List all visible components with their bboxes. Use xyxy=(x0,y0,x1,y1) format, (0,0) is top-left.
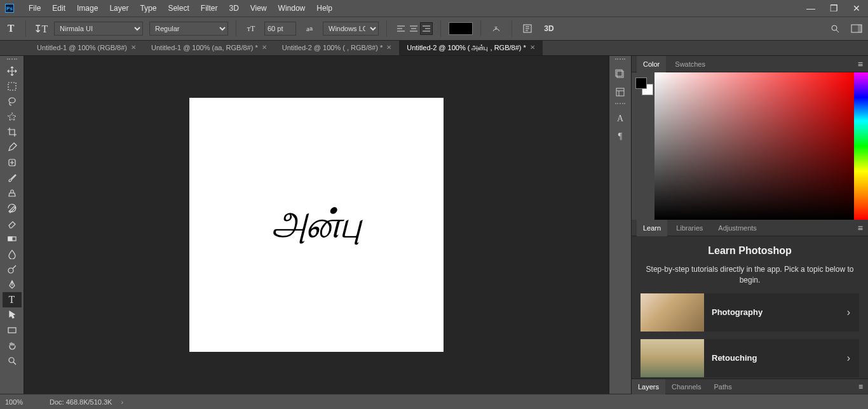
panel-menu-icon[interactable]: ≡ xyxy=(853,382,868,391)
zoom-level[interactable]: 100% xyxy=(5,398,41,406)
zoom-tool[interactable] xyxy=(3,353,22,368)
font-size-input[interactable] xyxy=(264,22,296,36)
menu-file[interactable]: File xyxy=(23,0,46,17)
3d-button[interactable]: 3D xyxy=(541,21,557,36)
eyedropper-tool[interactable] xyxy=(3,140,22,155)
menu-window[interactable]: Window xyxy=(273,0,311,17)
libraries-tab[interactable]: Libraries xyxy=(670,220,709,236)
channels-tab[interactable]: Channels xyxy=(665,379,707,394)
text-orientation-icon[interactable]: ↧T xyxy=(34,22,48,36)
tab-close-icon[interactable]: ✕ xyxy=(262,40,267,55)
document-canvas[interactable]: அன்பு xyxy=(189,98,444,352)
path-select-tool[interactable] xyxy=(3,307,22,323)
text-color-swatch[interactable] xyxy=(449,22,473,35)
document-tab[interactable]: Untitled-1 @ 100% (RGB/8#)✕ xyxy=(29,40,144,55)
fg-bg-swatches[interactable] xyxy=(632,72,654,220)
marquee-tool[interactable] xyxy=(3,79,22,94)
card-label: Retouching xyxy=(704,353,838,363)
panel-drag-handle[interactable] xyxy=(611,58,629,64)
color-tab[interactable]: Color xyxy=(637,56,666,72)
menu-edit[interactable]: Edit xyxy=(46,0,71,17)
color-picker-field[interactable] xyxy=(654,72,854,220)
learn-card-photography[interactable]: Photography › xyxy=(641,293,859,332)
quick-select-tool[interactable] xyxy=(3,109,22,124)
history-brush-tool[interactable] xyxy=(3,201,22,216)
toolbox: T xyxy=(0,56,24,394)
status-menu-chevron-icon[interactable]: › xyxy=(121,398,123,406)
brush-tool[interactable] xyxy=(3,170,22,185)
pen-tool[interactable] xyxy=(3,277,22,292)
tab-close-icon[interactable]: ✕ xyxy=(131,40,136,55)
menu-select[interactable]: Select xyxy=(162,0,194,17)
gradient-tool[interactable] xyxy=(3,231,22,246)
learn-tab[interactable]: Learn xyxy=(637,220,667,236)
svg-rect-11 xyxy=(8,328,16,333)
menu-view[interactable]: View xyxy=(245,0,273,17)
menu-type[interactable]: Type xyxy=(134,0,162,17)
window-close-button[interactable]: ✕ xyxy=(845,3,868,13)
character-panel-icon[interactable]: A xyxy=(612,112,628,126)
dodge-tool[interactable] xyxy=(3,262,22,277)
menu-layer[interactable]: Layer xyxy=(104,0,134,17)
chevron-right-icon: › xyxy=(838,307,859,318)
align-left-button[interactable] xyxy=(395,22,407,35)
right-panels: Color Swatches ≡ Learn Libraries Adjustm… xyxy=(632,56,868,394)
learn-card-retouching[interactable]: Retouching › xyxy=(641,339,859,377)
divider xyxy=(25,20,26,37)
search-icon[interactable] xyxy=(827,21,843,36)
history-panel-icon[interactable] xyxy=(612,67,628,81)
panel-menu-icon[interactable]: ≡ xyxy=(858,223,863,233)
move-tool[interactable] xyxy=(3,64,22,79)
tab-close-icon[interactable]: ✕ xyxy=(386,40,391,55)
align-right-button[interactable] xyxy=(420,22,433,35)
anti-alias-select[interactable]: Windows LCD xyxy=(323,22,379,36)
window-minimize-button[interactable]: — xyxy=(799,3,822,13)
tab-close-icon[interactable]: ✕ xyxy=(530,40,535,55)
panel-menu-icon[interactable]: ≡ xyxy=(858,59,863,69)
document-tab[interactable]: Untitled-2 @ 100% ( அன்பு , RGB/8#) *✕ xyxy=(399,40,543,55)
tab-label: Untitled-1 @ 100% (aa, RGB/8#) * xyxy=(151,40,258,55)
font-family-select[interactable]: Nirmala UI xyxy=(54,22,143,36)
type-tool[interactable]: T xyxy=(3,292,22,307)
menu-bar: Ps File Edit Image Layer Type Select Fil… xyxy=(0,0,868,17)
menu-image[interactable]: Image xyxy=(71,0,104,17)
panel-drag-handle[interactable] xyxy=(3,58,22,64)
hand-tool[interactable] xyxy=(3,338,22,353)
text-align-group xyxy=(395,22,433,35)
foreground-color[interactable] xyxy=(635,77,647,89)
healing-brush-tool[interactable] xyxy=(3,155,22,170)
layers-tab[interactable]: Layers xyxy=(632,379,665,394)
paragraph-panel-icon[interactable]: ¶ xyxy=(612,130,628,144)
text-layer[interactable]: அன்பு xyxy=(272,203,362,247)
menu-3d[interactable]: 3D xyxy=(223,0,244,17)
clone-stamp-tool[interactable] xyxy=(3,185,22,201)
adjustments-tab[interactable]: Adjustments xyxy=(712,220,763,236)
document-tab[interactable]: Untitled-2 @ 100% ( , RGB/8#) *✕ xyxy=(275,40,400,55)
document-tab[interactable]: Untitled-1 @ 100% (aa, RGB/8#) *✕ xyxy=(144,40,275,55)
character-panel-button[interactable] xyxy=(520,21,535,36)
card-thumbnail xyxy=(641,293,704,332)
eraser-tool[interactable] xyxy=(3,216,22,231)
divider xyxy=(386,20,387,37)
svg-text:T: T xyxy=(494,25,498,31)
properties-panel-icon[interactable] xyxy=(612,85,628,99)
window-maximize-button[interactable]: ❐ xyxy=(822,3,845,13)
rectangle-tool[interactable] xyxy=(3,323,22,338)
menu-filter[interactable]: Filter xyxy=(195,0,224,17)
warp-text-button[interactable]: T xyxy=(489,21,504,36)
paths-tab[interactable]: Paths xyxy=(708,379,738,394)
learn-subtext: Step-by-step tutorials directly in the a… xyxy=(641,264,859,286)
blur-tool[interactable] xyxy=(3,246,22,262)
layers-panel-tabs: Layers Channels Paths ≡ xyxy=(632,379,868,394)
swatches-tab[interactable]: Swatches xyxy=(668,56,712,72)
workspace-switcher-button[interactable] xyxy=(849,21,864,36)
menu-help[interactable]: Help xyxy=(311,0,338,17)
canvas-area[interactable]: அன்பு xyxy=(24,56,609,394)
hue-strip[interactable] xyxy=(854,72,868,220)
align-center-button[interactable] xyxy=(407,22,420,35)
panel-drag-handle[interactable] xyxy=(611,103,629,108)
font-style-select[interactable]: Regular xyxy=(149,22,228,36)
crop-tool[interactable] xyxy=(3,124,22,140)
learn-heading: Learn Photoshop xyxy=(641,245,859,257)
lasso-tool[interactable] xyxy=(3,94,22,109)
